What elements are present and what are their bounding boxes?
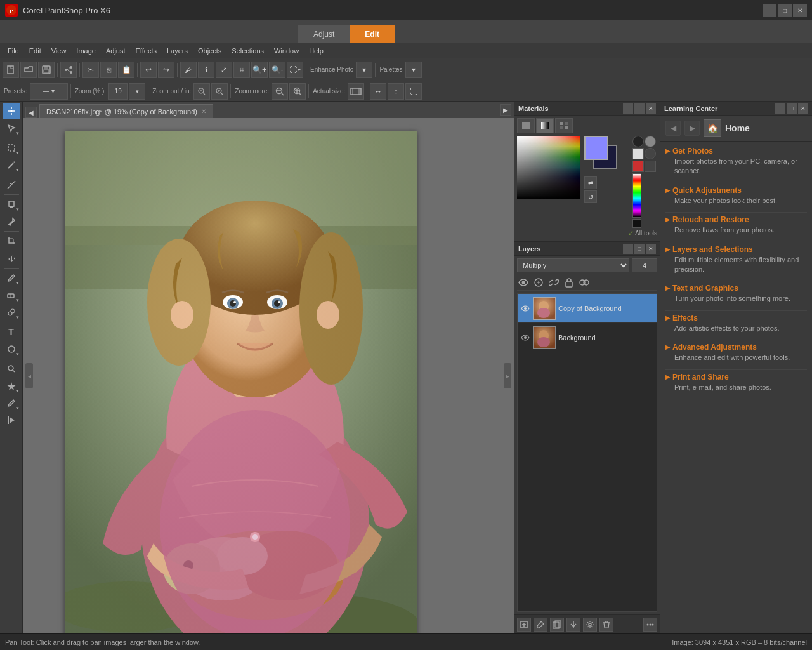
new-button[interactable] <box>3 62 19 78</box>
cut-button[interactable]: ✂ <box>82 62 99 78</box>
layer-mask-icon[interactable] <box>532 276 545 289</box>
copy-button[interactable]: ⎘ <box>100 62 117 78</box>
materials-minimize[interactable]: — <box>623 103 633 114</box>
preset-selector[interactable]: — ▾ <box>30 83 68 100</box>
swatch-grey-circle[interactable] <box>645 136 656 147</box>
freehand-select[interactable]: ▾ <box>3 140 20 156</box>
layer-background[interactable]: Background <box>518 323 657 352</box>
image-canvas[interactable]: ◂ ▸ <box>23 118 514 633</box>
layer-copy-of-background[interactable]: Copy of Background <box>518 294 657 323</box>
swatch-black-circle[interactable] <box>632 136 644 147</box>
layer-delete-btn[interactable] <box>599 618 613 632</box>
layers-close[interactable]: ✕ <box>646 244 656 254</box>
next-canvas-btn[interactable]: ▶ <box>500 104 511 116</box>
menu-image[interactable]: Image <box>71 46 101 56</box>
learn-item-print-share[interactable]: Print and Share Print, e-mail, and share… <box>665 373 807 392</box>
color-picker[interactable] <box>517 136 580 199</box>
layer-visibility-icon[interactable] <box>517 276 530 289</box>
brush-button[interactable]: 🖌 <box>180 62 197 78</box>
layers-maximize[interactable]: □ <box>634 244 645 254</box>
fit-window[interactable]: ⛶ <box>405 83 422 100</box>
edit-tab[interactable]: Edit <box>350 25 395 43</box>
maximize-button[interactable]: □ <box>778 4 792 17</box>
layer-link-icon[interactable] <box>547 276 560 289</box>
layer-1-visibility[interactable] <box>520 303 530 314</box>
materials-maximize[interactable]: □ <box>634 103 645 114</box>
menu-edit[interactable]: Edit <box>24 46 46 56</box>
learn-item-advanced-adj[interactable]: Advanced Adjustments Enhance and edit wi… <box>665 343 807 362</box>
crop-button[interactable]: ⌗ <box>233 62 250 78</box>
learning-maximize[interactable]: □ <box>787 103 797 114</box>
layer-2-visibility[interactable] <box>520 333 530 343</box>
zoom-out-button[interactable]: 🔍- <box>269 62 285 78</box>
menu-help[interactable]: Help <box>304 46 329 56</box>
layer-extra-btn[interactable] <box>643 618 657 632</box>
swatch-r1[interactable] <box>632 161 644 172</box>
zoom-value-dropdown[interactable]: ▾ <box>129 83 145 100</box>
shapes-tool[interactable]: ▾ <box>3 341 20 357</box>
canvas-tab-main[interactable]: DSCN2106fix.jpg* @ 19% (Copy of Backgrou… <box>39 104 213 118</box>
paint-bucket[interactable]: ▾ <box>3 196 20 213</box>
learn-item-text-graphics[interactable]: Text and Graphics Turn your photo into s… <box>665 284 807 303</box>
learn-item-quick-adjustments[interactable]: Quick Adjustments Make your photos look … <box>665 186 807 206</box>
zoom-in-small[interactable] <box>211 83 228 100</box>
move-tool[interactable] <box>3 250 20 267</box>
learn-item-effects[interactable]: Effects Add artistic effects to your pho… <box>665 314 807 333</box>
color-changer[interactable]: ▾ <box>3 378 20 394</box>
zoom-value-box[interactable]: 19 <box>108 83 128 100</box>
mat-tab-pattern[interactable] <box>555 118 573 133</box>
pen-tool[interactable]: ▾ <box>3 395 20 411</box>
dropper-tool[interactable] <box>3 213 20 230</box>
reset-colors-btn[interactable]: ↺ <box>584 190 597 203</box>
pan-tool[interactable] <box>3 103 20 119</box>
layer-copy-btn[interactable] <box>550 618 564 632</box>
swatch-dark-circle[interactable] <box>645 148 656 159</box>
share-button[interactable] <box>60 62 77 78</box>
learn-item-get-photos[interactable]: Get Photos Import photos from your PC, c… <box>665 147 807 176</box>
resize-button[interactable]: ⤢ <box>216 62 232 78</box>
crop-tool[interactable] <box>3 233 20 249</box>
menu-window[interactable]: Window <box>269 46 304 56</box>
clone-brush[interactable]: ▾ <box>3 304 20 321</box>
zoom-in-big[interactable] <box>289 83 306 100</box>
menu-view[interactable]: View <box>46 46 72 56</box>
materials-close[interactable]: ✕ <box>646 103 656 114</box>
save-button[interactable] <box>38 62 55 78</box>
learn-item-layers-selections[interactable]: Layers and Selections Edit multiple elem… <box>665 245 807 275</box>
zoom-dropdown[interactable]: ⛶▾ <box>287 62 303 78</box>
paint-brush[interactable]: ▾ <box>3 270 20 286</box>
adjust-tab[interactable]: Adjust <box>298 25 350 43</box>
swatch-r2[interactable] <box>645 161 656 172</box>
learning-home-btn[interactable]: 🏠 <box>704 119 721 137</box>
open-button[interactable] <box>20 62 37 78</box>
close-button[interactable]: ✕ <box>793 4 807 17</box>
opacity-input[interactable] <box>632 258 657 272</box>
learning-forward-btn[interactable]: ▶ <box>684 121 700 136</box>
swatch-white-circle[interactable] <box>632 148 644 159</box>
swap-colors-btn[interactable]: ⇄ <box>584 176 597 189</box>
magic-wand[interactable]: ▾ <box>3 157 20 173</box>
layers-minimize[interactable]: — <box>623 244 633 254</box>
layer-settings-btn[interactable] <box>583 618 597 632</box>
layer-merge-btn[interactable] <box>566 618 580 632</box>
layer-brush-btn[interactable] <box>534 618 547 632</box>
layer-lock-icon[interactable] <box>563 276 575 289</box>
enhance-dropdown[interactable]: ▾ <box>356 62 372 78</box>
spectrum-bar[interactable] <box>632 173 641 218</box>
foreground-color-swatch[interactable] <box>584 136 608 160</box>
menu-selections[interactable]: Selections <box>226 46 269 56</box>
menu-objects[interactable]: Objects <box>193 46 226 56</box>
fit-height[interactable]: ↕ <box>388 83 404 100</box>
fit-width[interactable]: ↔ <box>370 83 386 100</box>
palettes-dropdown[interactable]: ▾ <box>405 62 422 78</box>
redo-button[interactable]: ↪ <box>158 62 174 78</box>
selection-tool[interactable]: ▾ <box>3 120 20 136</box>
canvas-tab-close[interactable]: ✕ <box>201 108 206 115</box>
learning-minimize[interactable]: — <box>775 103 785 114</box>
learning-back-btn[interactable]: ◀ <box>665 121 681 136</box>
zoom-tool[interactable] <box>3 361 20 377</box>
zoom-out-big[interactable] <box>272 83 288 100</box>
minimize-button[interactable]: — <box>763 4 776 17</box>
menu-file[interactable]: File <box>3 46 24 56</box>
prev-canvas-btn[interactable]: ◀ <box>25 107 37 118</box>
